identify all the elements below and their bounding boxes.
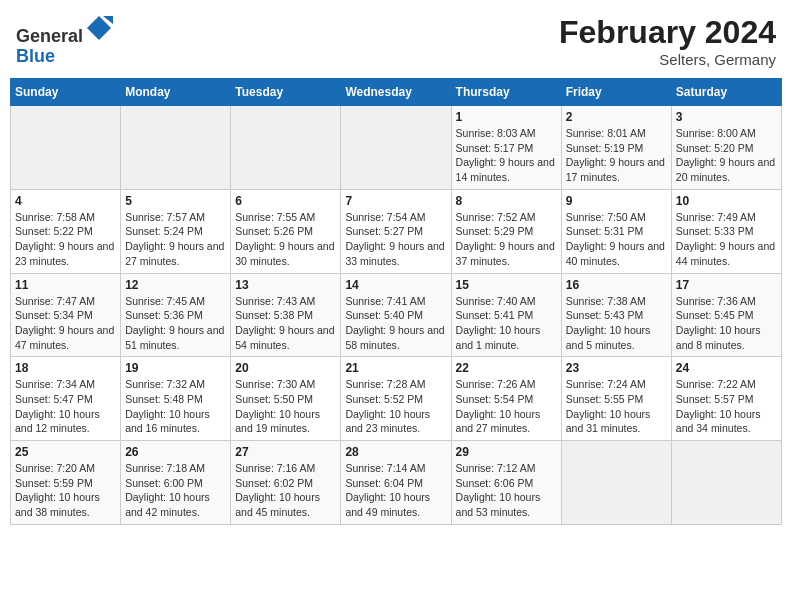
calendar-cell	[561, 441, 671, 525]
day-info: Sunrise: 7:28 AM Sunset: 5:52 PM Dayligh…	[345, 377, 446, 436]
day-number: 10	[676, 194, 777, 208]
calendar-cell: 19Sunrise: 7:32 AM Sunset: 5:48 PM Dayli…	[121, 357, 231, 441]
day-info: Sunrise: 7:40 AM Sunset: 5:41 PM Dayligh…	[456, 294, 557, 353]
day-number: 24	[676, 361, 777, 375]
day-number: 2	[566, 110, 667, 124]
day-number: 29	[456, 445, 557, 459]
calendar-cell: 1Sunrise: 8:03 AM Sunset: 5:17 PM Daylig…	[451, 106, 561, 190]
day-info: Sunrise: 8:00 AM Sunset: 5:20 PM Dayligh…	[676, 126, 777, 185]
logo-icon	[85, 14, 113, 42]
calendar-cell: 15Sunrise: 7:40 AM Sunset: 5:41 PM Dayli…	[451, 273, 561, 357]
day-info: Sunrise: 7:58 AM Sunset: 5:22 PM Dayligh…	[15, 210, 116, 269]
calendar-cell: 27Sunrise: 7:16 AM Sunset: 6:02 PM Dayli…	[231, 441, 341, 525]
page-subtitle: Selters, Germany	[559, 51, 776, 68]
day-info: Sunrise: 7:16 AM Sunset: 6:02 PM Dayligh…	[235, 461, 336, 520]
weekday-header: Saturday	[671, 79, 781, 106]
day-number: 15	[456, 278, 557, 292]
day-number: 18	[15, 361, 116, 375]
day-info: Sunrise: 7:12 AM Sunset: 6:06 PM Dayligh…	[456, 461, 557, 520]
day-number: 14	[345, 278, 446, 292]
calendar-cell: 7Sunrise: 7:54 AM Sunset: 5:27 PM Daylig…	[341, 189, 451, 273]
calendar-cell: 17Sunrise: 7:36 AM Sunset: 5:45 PM Dayli…	[671, 273, 781, 357]
day-info: Sunrise: 7:34 AM Sunset: 5:47 PM Dayligh…	[15, 377, 116, 436]
day-info: Sunrise: 7:43 AM Sunset: 5:38 PM Dayligh…	[235, 294, 336, 353]
day-info: Sunrise: 7:38 AM Sunset: 5:43 PM Dayligh…	[566, 294, 667, 353]
calendar-cell: 22Sunrise: 7:26 AM Sunset: 5:54 PM Dayli…	[451, 357, 561, 441]
calendar-cell: 6Sunrise: 7:55 AM Sunset: 5:26 PM Daylig…	[231, 189, 341, 273]
calendar-cell	[121, 106, 231, 190]
day-info: Sunrise: 7:55 AM Sunset: 5:26 PM Dayligh…	[235, 210, 336, 269]
calendar-week-row: 25Sunrise: 7:20 AM Sunset: 5:59 PM Dayli…	[11, 441, 782, 525]
calendar-cell: 28Sunrise: 7:14 AM Sunset: 6:04 PM Dayli…	[341, 441, 451, 525]
calendar-cell: 24Sunrise: 7:22 AM Sunset: 5:57 PM Dayli…	[671, 357, 781, 441]
calendar-cell: 8Sunrise: 7:52 AM Sunset: 5:29 PM Daylig…	[451, 189, 561, 273]
day-number: 27	[235, 445, 336, 459]
day-info: Sunrise: 8:01 AM Sunset: 5:19 PM Dayligh…	[566, 126, 667, 185]
page-title: February 2024	[559, 14, 776, 51]
day-info: Sunrise: 8:03 AM Sunset: 5:17 PM Dayligh…	[456, 126, 557, 185]
day-info: Sunrise: 7:18 AM Sunset: 6:00 PM Dayligh…	[125, 461, 226, 520]
calendar-cell: 11Sunrise: 7:47 AM Sunset: 5:34 PM Dayli…	[11, 273, 121, 357]
logo-blue-text: Blue	[16, 46, 55, 66]
day-number: 20	[235, 361, 336, 375]
calendar-cell: 29Sunrise: 7:12 AM Sunset: 6:06 PM Dayli…	[451, 441, 561, 525]
weekday-header: Friday	[561, 79, 671, 106]
day-info: Sunrise: 7:52 AM Sunset: 5:29 PM Dayligh…	[456, 210, 557, 269]
day-number: 1	[456, 110, 557, 124]
day-info: Sunrise: 7:32 AM Sunset: 5:48 PM Dayligh…	[125, 377, 226, 436]
logo: General Blue	[16, 14, 113, 67]
calendar-cell: 10Sunrise: 7:49 AM Sunset: 5:33 PM Dayli…	[671, 189, 781, 273]
calendar-cell: 20Sunrise: 7:30 AM Sunset: 5:50 PM Dayli…	[231, 357, 341, 441]
day-number: 28	[345, 445, 446, 459]
logo-general-text: General	[16, 26, 83, 46]
calendar-table: SundayMondayTuesdayWednesdayThursdayFrid…	[10, 78, 782, 525]
day-number: 11	[15, 278, 116, 292]
day-info: Sunrise: 7:47 AM Sunset: 5:34 PM Dayligh…	[15, 294, 116, 353]
day-info: Sunrise: 7:36 AM Sunset: 5:45 PM Dayligh…	[676, 294, 777, 353]
weekday-header: Monday	[121, 79, 231, 106]
calendar-cell: 14Sunrise: 7:41 AM Sunset: 5:40 PM Dayli…	[341, 273, 451, 357]
day-info: Sunrise: 7:50 AM Sunset: 5:31 PM Dayligh…	[566, 210, 667, 269]
day-number: 4	[15, 194, 116, 208]
calendar-cell: 13Sunrise: 7:43 AM Sunset: 5:38 PM Dayli…	[231, 273, 341, 357]
day-number: 19	[125, 361, 226, 375]
calendar-cell: 25Sunrise: 7:20 AM Sunset: 5:59 PM Dayli…	[11, 441, 121, 525]
day-number: 8	[456, 194, 557, 208]
calendar-cell: 2Sunrise: 8:01 AM Sunset: 5:19 PM Daylig…	[561, 106, 671, 190]
calendar-cell	[341, 106, 451, 190]
weekday-header: Tuesday	[231, 79, 341, 106]
calendar-cell: 4Sunrise: 7:58 AM Sunset: 5:22 PM Daylig…	[11, 189, 121, 273]
calendar-week-row: 4Sunrise: 7:58 AM Sunset: 5:22 PM Daylig…	[11, 189, 782, 273]
day-number: 23	[566, 361, 667, 375]
day-info: Sunrise: 7:41 AM Sunset: 5:40 PM Dayligh…	[345, 294, 446, 353]
calendar-cell: 5Sunrise: 7:57 AM Sunset: 5:24 PM Daylig…	[121, 189, 231, 273]
svg-marker-0	[87, 16, 111, 40]
calendar-body: 1Sunrise: 8:03 AM Sunset: 5:17 PM Daylig…	[11, 106, 782, 525]
day-info: Sunrise: 7:26 AM Sunset: 5:54 PM Dayligh…	[456, 377, 557, 436]
day-number: 26	[125, 445, 226, 459]
day-number: 21	[345, 361, 446, 375]
calendar-cell: 3Sunrise: 8:00 AM Sunset: 5:20 PM Daylig…	[671, 106, 781, 190]
day-number: 16	[566, 278, 667, 292]
day-info: Sunrise: 7:22 AM Sunset: 5:57 PM Dayligh…	[676, 377, 777, 436]
weekday-header: Thursday	[451, 79, 561, 106]
day-info: Sunrise: 7:49 AM Sunset: 5:33 PM Dayligh…	[676, 210, 777, 269]
weekday-header: Sunday	[11, 79, 121, 106]
calendar-cell: 16Sunrise: 7:38 AM Sunset: 5:43 PM Dayli…	[561, 273, 671, 357]
calendar-cell	[11, 106, 121, 190]
day-info: Sunrise: 7:14 AM Sunset: 6:04 PM Dayligh…	[345, 461, 446, 520]
day-number: 17	[676, 278, 777, 292]
calendar-cell: 9Sunrise: 7:50 AM Sunset: 5:31 PM Daylig…	[561, 189, 671, 273]
day-number: 3	[676, 110, 777, 124]
day-info: Sunrise: 7:54 AM Sunset: 5:27 PM Dayligh…	[345, 210, 446, 269]
calendar-cell: 18Sunrise: 7:34 AM Sunset: 5:47 PM Dayli…	[11, 357, 121, 441]
page-header: General Blue February 2024 Selters, Germ…	[10, 10, 782, 72]
day-info: Sunrise: 7:30 AM Sunset: 5:50 PM Dayligh…	[235, 377, 336, 436]
title-block: February 2024 Selters, Germany	[559, 14, 776, 68]
calendar-cell: 23Sunrise: 7:24 AM Sunset: 5:55 PM Dayli…	[561, 357, 671, 441]
calendar-cell: 26Sunrise: 7:18 AM Sunset: 6:00 PM Dayli…	[121, 441, 231, 525]
day-number: 25	[15, 445, 116, 459]
day-number: 7	[345, 194, 446, 208]
calendar-week-row: 18Sunrise: 7:34 AM Sunset: 5:47 PM Dayli…	[11, 357, 782, 441]
day-number: 13	[235, 278, 336, 292]
